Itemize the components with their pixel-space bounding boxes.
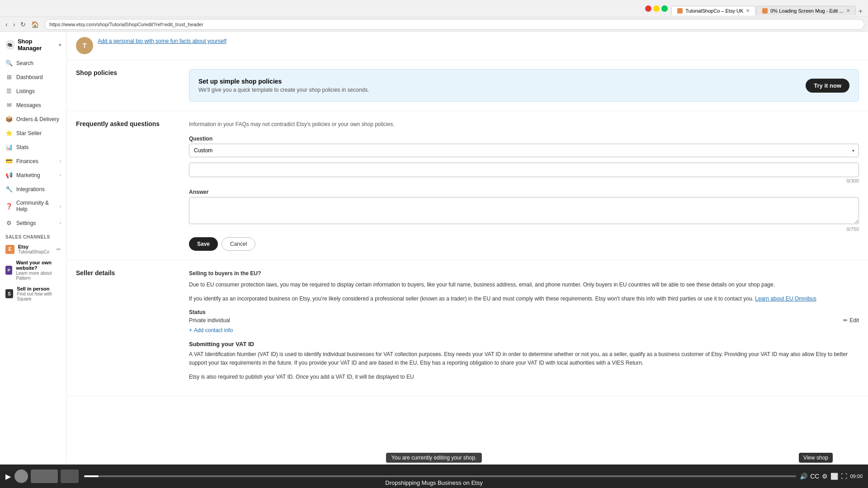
star-seller-icon: ⭐	[5, 130, 13, 136]
edit-status-link[interactable]: ✏ Edit	[843, 317, 859, 324]
pattern-channel-icon: P	[5, 266, 12, 275]
save-button[interactable]: Save	[189, 237, 218, 251]
sidebar-item-listings-label: Listings	[16, 88, 35, 94]
finances-icon: 💳	[5, 158, 13, 164]
policies-banner-text: Set up simple shop policies We'll give y…	[198, 78, 369, 93]
faq-left: Frequently asked questions	[67, 120, 189, 251]
browser-tab-active[interactable]: TutorialShopCo – Etsy UK ✕	[671, 6, 755, 15]
add-bio-link[interactable]: Add a personal bio with some fun facts a…	[98, 38, 226, 44]
community-chevron: ›	[60, 204, 61, 209]
refresh-button[interactable]: ↻	[19, 20, 28, 29]
sidebar-item-finances[interactable]: 💳 Finances ›	[0, 154, 66, 168]
back-button[interactable]: ‹	[4, 20, 9, 29]
sidebar-item-pattern[interactable]: P Want your own website? Learn more abou…	[0, 257, 66, 283]
shop-manager-header[interactable]: 🛍 Shop Manager ▾	[0, 33, 66, 56]
sidebar-item-settings[interactable]: ⚙ Settings ›	[0, 216, 66, 230]
status-row: Private individual ✏ Edit	[189, 317, 859, 324]
pattern-channel-name: Want your own website?	[16, 260, 61, 271]
eu-learn-more-link[interactable]: Learn about EU Omnibus	[755, 296, 816, 302]
try-it-button[interactable]: Try it now	[806, 79, 849, 93]
browser-tab-inactive[interactable]: 0% Loading Screen Mug - Edit ... ✕	[756, 6, 855, 15]
status-label: Status	[189, 309, 859, 315]
add-contact-link[interactable]: + Add contact info	[189, 327, 859, 333]
sidebar-item-stats-label: Stats	[16, 144, 28, 150]
faq-section: Frequently asked questions Information i…	[67, 111, 868, 260]
nav-buttons: ‹ › ↻ 🏠	[4, 20, 41, 29]
browser-chrome: TutorialShopCo – Etsy UK ✕ 0% Loading Sc…	[0, 0, 868, 17]
messages-icon: ✉	[5, 102, 13, 108]
seller-details-body: Selling to buyers in the EU? Due to EU c…	[189, 269, 868, 387]
eu-text-1: Due to EU consumer protection laws, you …	[189, 281, 859, 289]
square-channel-icon: S	[5, 289, 13, 298]
window-controls[interactable]	[645, 5, 668, 12]
sidebar-item-integrations[interactable]: 🔧 Integrations	[0, 182, 66, 196]
view-shop-label: View shop	[803, 455, 828, 461]
cancel-button[interactable]: Cancel	[222, 237, 255, 251]
shop-policies-section: Shop policies Set up simple shop policie…	[67, 60, 868, 111]
sidebar-item-messages[interactable]: ✉ Messages	[0, 98, 66, 112]
question-select[interactable]: Custom What forms of payment do you acce…	[189, 144, 859, 157]
etsy-edit-button[interactable]: ✏	[57, 246, 61, 253]
orders-icon: 📦	[5, 116, 13, 122]
sales-channels-label: SALES CHANNELS	[0, 230, 66, 241]
faq-form-actions: Save Cancel	[189, 237, 859, 251]
shop-policies-body: Set up simple shop policies We'll give y…	[189, 69, 868, 102]
seller-details-left: Seller details	[67, 269, 189, 387]
tab-close-inactive[interactable]: ✕	[846, 8, 850, 13]
tab-label-active: TutorialShopCo – Etsy UK	[685, 8, 743, 14]
question-label: Question	[189, 136, 859, 142]
new-tab-button[interactable]: +	[857, 7, 864, 15]
forward-button[interactable]: ›	[11, 20, 17, 29]
faq-info-text: Information in your FAQs may not contrad…	[189, 120, 859, 128]
policies-banner-subtext: We'll give you a quick template to creat…	[198, 87, 369, 93]
user-avatar: T	[76, 37, 93, 54]
eu-heading: Selling to buyers in the EU?	[189, 269, 859, 278]
community-icon: ❓	[5, 203, 13, 210]
answer-group: Answer 0/750	[189, 189, 859, 232]
win-min-button[interactable]	[653, 5, 660, 12]
question-text-input[interactable]	[189, 163, 859, 177]
vat-text: A VAT Identification Number (VAT ID) is …	[189, 350, 859, 367]
user-bio-snippet: T Add a personal bio with some fun facts…	[67, 32, 868, 60]
etsy-channel-icon: E	[5, 245, 14, 254]
sidebar-item-search-label: Search	[16, 60, 33, 66]
tab-favicon	[677, 8, 683, 14]
policies-banner: Set up simple shop policies We'll give y…	[189, 69, 859, 102]
sidebar-item-listings[interactable]: ☰ Listings	[0, 84, 66, 98]
sidebar-item-star-seller[interactable]: ⭐ Star Seller	[0, 126, 66, 140]
sidebar-item-stats[interactable]: 📊 Stats	[0, 140, 66, 154]
sidebar-item-orders[interactable]: 📦 Orders & Delivery	[0, 112, 66, 126]
sidebar-item-orders-label: Orders & Delivery	[16, 116, 59, 122]
sidebar-item-etsy[interactable]: E Etsy TutorialShopCo ✏	[0, 241, 66, 257]
pencil-icon: ✏	[843, 317, 848, 324]
url-bar[interactable]: https://www.etsy.com/shop/TutorialShopCo…	[44, 19, 864, 30]
sidebar-item-search[interactable]: 🔍 Search	[0, 56, 66, 70]
sidebar-item-square[interactable]: S Sell in person Find out how with Squar…	[0, 283, 66, 304]
win-max-button[interactable]	[661, 5, 668, 12]
integrations-icon: 🔧	[5, 186, 13, 192]
answer-label: Answer	[189, 189, 859, 195]
etsy-channel-sub: TutorialShopCo	[18, 249, 49, 254]
shop-icon: 🛍	[5, 40, 15, 50]
sidebar-item-marketing[interactable]: 📢 Marketing ›	[0, 168, 66, 182]
seller-details-section: Seller details Selling to buyers in the …	[67, 260, 868, 396]
app-layout: 🛍 Shop Manager ▾ 🔍 Search ⊞ Dashboard ☰ …	[0, 32, 868, 465]
square-channel-name: Sell in person	[17, 286, 61, 291]
view-shop-tooltip[interactable]: View shop	[799, 453, 833, 463]
dashboard-icon: ⊞	[5, 74, 13, 80]
answer-textarea[interactable]	[189, 197, 859, 224]
sidebar-item-dashboard[interactable]: ⊞ Dashboard	[0, 70, 66, 84]
etsy-channel-name: Etsy	[18, 244, 49, 249]
pattern-channel-info: Want your own website? Learn more about …	[16, 260, 61, 281]
plus-icon: +	[189, 327, 192, 333]
sidebar-item-community[interactable]: ❓ Community & Help ›	[0, 196, 66, 216]
sidebar-item-marketing-label: Marketing	[16, 172, 40, 178]
square-channel-sub: Find out how with Square	[17, 291, 61, 301]
win-close-button[interactable]	[645, 5, 651, 12]
sidebar-item-messages-label: Messages	[16, 102, 41, 108]
shop-policies-title: Shop policies	[76, 69, 180, 76]
tab-close-active[interactable]: ✕	[746, 8, 750, 13]
faq-title: Frequently asked questions	[76, 120, 180, 127]
home-button[interactable]: 🏠	[29, 20, 41, 29]
shop-manager-chevron: ▾	[59, 42, 61, 47]
